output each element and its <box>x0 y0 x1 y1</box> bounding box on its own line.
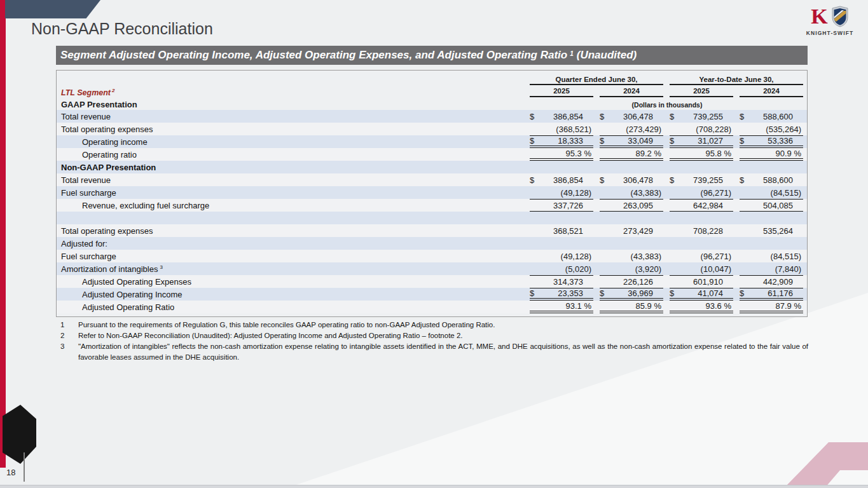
value-cell: (43,383) <box>597 250 667 262</box>
value-cell: (273,429) <box>597 123 667 135</box>
cell-value: 89.2 % <box>607 149 663 158</box>
knight-k-icon: K <box>811 6 827 27</box>
section-header-text: Segment Adjusted Operating Income, Adjus… <box>60 49 567 62</box>
table-row: Fuel surcharge(49,128)(43,383)(96,271)(8… <box>57 250 807 262</box>
value-cell: 89.2 % <box>597 148 667 161</box>
table-row: Adjusted Operating Expenses314,373226,12… <box>57 275 807 288</box>
cell-value: (5,020) <box>537 264 593 274</box>
cell-value: 87.9 % <box>747 301 803 311</box>
table-row: Total operating expenses368,521273,42970… <box>57 224 807 237</box>
cell-value: 41,074 <box>677 288 733 298</box>
ytd-group-header: Year-to-Date June 30, <box>667 74 807 85</box>
row-label: Fuel surcharge <box>57 250 527 262</box>
cell-value: 33,049 <box>607 136 663 146</box>
row-label: Amortization of intangibles3 <box>57 262 527 275</box>
value-cell <box>667 237 737 250</box>
table-row: Amortization of intangibles3(5,020)(3,92… <box>57 262 807 275</box>
value-cell <box>597 212 667 224</box>
value-cell: 263,095 <box>597 199 667 212</box>
cell-value: (368,521) <box>537 125 593 134</box>
cell-value: 95.8 % <box>677 149 733 158</box>
row-label: Operating income <box>57 135 527 148</box>
cell-value: (10,047) <box>677 264 733 274</box>
value-cell <box>597 161 667 173</box>
section-header-footnote-ref: 1 <box>570 50 574 57</box>
cell-value: (3,920) <box>607 264 663 274</box>
value-cell: (96,271) <box>667 250 737 262</box>
segment-title: LTL Segment2 <box>61 85 527 97</box>
cell-value: 23,353 <box>537 288 593 298</box>
cell-value: 739,255 <box>677 175 733 185</box>
column-group-header-row: Quarter Ended June 30, Year-to-Date June… <box>57 74 807 85</box>
value-cell: 314,373 <box>527 275 597 288</box>
table-row: Adjusted Operating Income$23,353$36,969$… <box>57 288 807 301</box>
footnote: 3 "Amortization of intangibles" reflects… <box>60 341 808 363</box>
value-cell: $588,600 <box>737 110 807 123</box>
value-cell: (5,020) <box>527 262 597 275</box>
cell-value: 386,854 <box>537 112 593 121</box>
cell-value: 93.6 % <box>677 301 733 311</box>
footnotes-block: 1 Pursuant to the requirements of Regula… <box>60 320 808 363</box>
cell-value: 36,969 <box>607 288 663 298</box>
currency-symbol: $ <box>740 175 747 185</box>
value-cell: 95.3 % <box>527 148 597 161</box>
table-rows: Total revenue$386,854$306,478$739,255$58… <box>57 110 807 313</box>
cell-value: (43,383) <box>607 252 663 261</box>
cell-value: 263,095 <box>607 201 663 210</box>
black-chevron-shape <box>3 405 36 464</box>
footnote: 1 Pursuant to the requirements of Regula… <box>60 320 808 330</box>
value-cell: 93.1 % <box>527 301 597 313</box>
quarter-group-label: Quarter Ended June 30, <box>555 76 637 83</box>
value-cell: $61,176 <box>737 288 807 301</box>
value-cell: 708,228 <box>667 224 737 237</box>
value-cell: 93.6 % <box>667 301 737 313</box>
units-note: (Dollars in thousands) <box>527 99 807 109</box>
cell-value: 53,336 <box>747 136 803 146</box>
year-header: 2025 <box>553 87 570 95</box>
currency-symbol: $ <box>530 175 537 185</box>
value-cell <box>527 161 597 173</box>
cell-value: 61,176 <box>747 288 803 298</box>
bottom-silver-bar <box>0 485 868 488</box>
shield-icon <box>831 6 849 27</box>
value-cell: $23,353 <box>527 288 597 301</box>
value-cell: 368,521 <box>527 224 597 237</box>
gaap-presentation-header: GAAP Presentation <box>61 98 527 109</box>
value-cell: $306,478 <box>597 173 667 186</box>
value-cell: 442,909 <box>737 275 807 288</box>
value-cell: $588,600 <box>737 173 807 186</box>
cell-value: 95.3 % <box>537 149 593 158</box>
year-header: 2025 <box>693 87 710 95</box>
cell-value: (708,228) <box>677 125 733 134</box>
brand-name: KNIGHT-SWIFT <box>802 30 858 36</box>
row-label: Total operating expenses <box>57 123 527 135</box>
row-label: Revenue, excluding fuel surcharge <box>57 199 527 212</box>
cell-value: 18,333 <box>537 136 593 146</box>
cell-value: 31,027 <box>677 136 733 146</box>
cell-value: 306,478 <box>607 112 663 121</box>
table-row: Adjusted Operating Ratio93.1 %85.9 %93.6… <box>57 301 807 313</box>
top-navy-banner-shape <box>5 0 100 18</box>
value-cell <box>667 212 737 224</box>
table-row: Adjusted for: <box>57 237 807 250</box>
value-cell: $31,027 <box>667 135 737 148</box>
left-red-accent-bar <box>0 0 6 468</box>
value-cell: $33,049 <box>597 135 667 148</box>
currency-symbol: $ <box>670 112 677 121</box>
table-row: Total operating expenses(368,521)(273,42… <box>57 123 807 135</box>
value-cell: 337,726 <box>527 199 597 212</box>
section-header-unaudited: (Unaudited) <box>577 49 637 62</box>
table-row: Total revenue$386,854$306,478$739,255$58… <box>57 173 807 186</box>
header-spacer <box>57 74 527 85</box>
table-row: Operating ratio95.3 %89.2 %95.8 %90.9 % <box>57 148 807 161</box>
footnote: 2 Refer to Non-GAAP Reconciliation (Unau… <box>60 330 808 341</box>
currency-symbol: $ <box>740 112 747 121</box>
currency-symbol: $ <box>670 136 677 146</box>
table-row: Revenue, excluding fuel surcharge337,726… <box>57 199 807 212</box>
row-label: Non-GAAP Presentation <box>57 161 527 173</box>
row-label: Adjusted for: <box>57 237 527 250</box>
cell-value: 368,521 <box>537 226 593 236</box>
value-cell <box>597 237 667 250</box>
row-footnote-ref: 3 <box>160 264 162 270</box>
value-cell: 95.8 % <box>667 148 737 161</box>
